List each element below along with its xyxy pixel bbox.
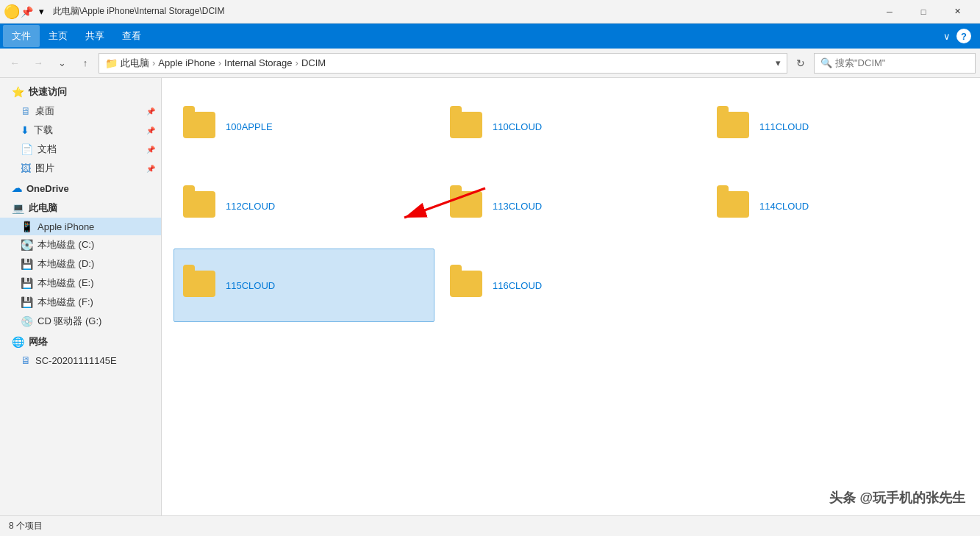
- folder-item-115cloud[interactable]: 115CLOUD: [174, 249, 434, 322]
- pin-icon-download: 📌: [146, 126, 155, 135]
- sidebar-network-label: 🌐 网络: [0, 331, 161, 351]
- folder-name: 115CLOUD: [226, 280, 275, 291]
- folder-shape: [450, 271, 482, 297]
- iphone-icon: 📱: [21, 221, 33, 232]
- search-icon: 🔍: [820, 57, 832, 68]
- folder-name: 100APPLE: [226, 121, 273, 132]
- folder-name: 116CLOUD: [493, 280, 542, 291]
- recent-locations-button[interactable]: ⌄: [51, 53, 72, 74]
- network-icon: 🌐: [12, 336, 24, 348]
- folder-name: 110CLOUD: [493, 121, 542, 132]
- folder-shape: [183, 112, 215, 138]
- sidebar-item-apple-iphone[interactable]: 📱 Apple iPhone: [0, 218, 161, 235]
- folder-item-116cloud[interactable]: 116CLOUD: [440, 249, 701, 322]
- search-box[interactable]: 🔍: [814, 53, 976, 74]
- folder-name: 113CLOUD: [493, 201, 542, 212]
- help-icon[interactable]: ?: [956, 29, 971, 43]
- sidebar-onedrive-label: ☁ OneDrive: [0, 178, 161, 197]
- folder-icon: [183, 112, 218, 141]
- refresh-button[interactable]: ↻: [790, 53, 811, 74]
- title-bar-path: 此电脑\Apple iPhone\Internal Storage\DCIM: [47, 5, 873, 18]
- folder-shape: [450, 191, 482, 218]
- back-button[interactable]: ←: [4, 53, 25, 74]
- title-bar: 🟡 📌 ▾ 此电脑\Apple iPhone\Internal Storage\…: [0, 0, 980, 24]
- folder-icon: [450, 271, 485, 300]
- title-bar-window-icons: 🟡 📌 ▾: [6, 6, 47, 18]
- folder-item-114cloud[interactable]: 114CLOUD: [707, 169, 968, 243]
- sidebar-item-drive-e[interactable]: 💾 本地磁盘 (E:): [0, 274, 161, 293]
- sidebar-item-download[interactable]: ⬇ 下载 📌: [0, 121, 161, 140]
- expand-icon[interactable]: ∨: [943, 31, 951, 42]
- pin-icon-pic: 📌: [146, 165, 155, 173]
- pin-icon-desktop: 📌: [146, 107, 155, 115]
- maximize-button[interactable]: □: [906, 0, 940, 24]
- menu-view[interactable]: 查看: [113, 25, 150, 47]
- pin-icon-title: 📌: [21, 6, 32, 18]
- address-box[interactable]: 📁 此电脑 › Apple iPhone › Internal Storage …: [99, 53, 787, 74]
- folder-name: 112CLOUD: [226, 201, 275, 212]
- folder-item-113cloud[interactable]: 113CLOUD: [440, 169, 701, 243]
- pic-icon: 🖼: [21, 162, 31, 174]
- title-bar-controls: ─ □ ✕: [873, 0, 974, 24]
- pc-icon: 💻: [12, 202, 24, 214]
- sidebar-this-pc-label: 💻 此电脑: [0, 197, 161, 218]
- folder-icon: [450, 112, 485, 141]
- pin-icon-doc: 📌: [146, 146, 155, 154]
- search-input[interactable]: [835, 57, 969, 68]
- menu-home[interactable]: 主页: [40, 25, 76, 47]
- folder-item-110cloud[interactable]: 110CLOUD: [440, 90, 701, 163]
- folder-icon: [183, 271, 218, 300]
- drive-f-icon: 💾: [21, 296, 33, 308]
- address-bar-row: ← → ⌄ ↑ 📁 此电脑 › Apple iPhone › Internal …: [0, 49, 980, 78]
- drive-d-icon: 💾: [21, 258, 33, 270]
- folder-shape: [717, 112, 749, 138]
- sidebar: ⭐ 快速访问 🖥 桌面 📌 ⬇ 下载 📌 📄 文档 📌 🖼 图片 📌 ☁ One…: [0, 78, 162, 515]
- sidebar-item-network-pc[interactable]: 🖥 SC-20201111145E: [0, 351, 161, 369]
- folder-shape: [183, 271, 215, 297]
- folder-shape: [717, 191, 749, 218]
- watermark: 头条 @玩手机的张先生: [829, 489, 965, 507]
- folder-icon: [450, 191, 485, 221]
- sidebar-item-desktop[interactable]: 🖥 桌面 📌: [0, 101, 161, 121]
- address-dropdown-button[interactable]: ▾: [776, 57, 781, 68]
- address-folder-icon: 📁: [105, 57, 118, 69]
- sidebar-quick-access-label: ⭐ 快速访问: [0, 81, 161, 101]
- sidebar-item-drive-c[interactable]: 💽 本地磁盘 (C:): [0, 235, 161, 254]
- folder-shape: [450, 112, 482, 138]
- sidebar-item-doc[interactable]: 📄 文档 📌: [0, 140, 161, 159]
- menu-share[interactable]: 共享: [76, 25, 113, 47]
- path-storage: Internal Storage: [224, 57, 293, 68]
- folder-icon: [717, 112, 752, 141]
- minimize-button[interactable]: ─: [873, 0, 906, 24]
- folder-shape: [183, 191, 215, 218]
- folder-item-112cloud[interactable]: 112CLOUD: [174, 169, 434, 243]
- content-area: 100APPLE 110CLOUD 111CLOUD 112CLOUD 113C…: [162, 78, 980, 334]
- folder-icon-title: 🟡: [6, 6, 18, 18]
- sidebar-item-drive-f[interactable]: 💾 本地磁盘 (F:): [0, 293, 161, 312]
- drive-e-icon: 💾: [21, 277, 33, 289]
- star-icon: ⭐: [12, 86, 24, 98]
- sidebar-item-pic[interactable]: 🖼 图片 📌: [0, 159, 161, 178]
- menu-file[interactable]: 文件: [3, 25, 40, 47]
- network-pc-icon: 🖥: [21, 354, 31, 366]
- up-button[interactable]: ↑: [75, 53, 96, 74]
- folder-item-100apple[interactable]: 100APPLE: [174, 90, 434, 163]
- folder-item-111cloud[interactable]: 111CLOUD: [707, 90, 968, 163]
- down-arrow-title: ▾: [35, 6, 47, 18]
- doc-icon: 📄: [21, 143, 33, 155]
- sidebar-item-drive-g[interactable]: 💿 CD 驱动器 (G:): [0, 312, 161, 331]
- cloud-icon: ☁: [12, 182, 22, 194]
- status-count: 8 个项目: [9, 520, 43, 532]
- menu-bar: 文件 主页 共享 查看 ∨ ?: [0, 24, 980, 49]
- main-layout: ⭐ 快速访问 🖥 桌面 📌 ⬇ 下载 📌 📄 文档 📌 🖼 图片 📌 ☁ One…: [0, 78, 980, 515]
- forward-button[interactable]: →: [28, 53, 49, 74]
- desktop-icon: 🖥: [21, 105, 31, 117]
- download-icon: ⬇: [21, 124, 29, 136]
- folder-icon: [183, 191, 218, 221]
- sidebar-item-drive-d[interactable]: 💾 本地磁盘 (D:): [0, 254, 161, 274]
- folder-name: 114CLOUD: [759, 201, 809, 212]
- close-button[interactable]: ✕: [940, 0, 974, 24]
- folder-icon: [717, 191, 752, 221]
- cdrom-icon: 💿: [21, 315, 33, 327]
- folder-name: 111CLOUD: [759, 121, 809, 132]
